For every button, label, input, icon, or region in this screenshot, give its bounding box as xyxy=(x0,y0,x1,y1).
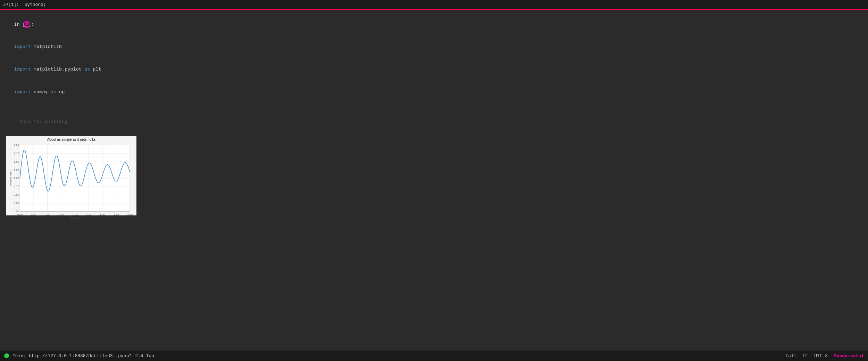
svg-text:1.00: 1.00 xyxy=(72,213,78,216)
title-text: IP[1]: |python3| xyxy=(3,2,46,7)
svg-text:1.00: 1.00 xyxy=(14,177,19,180)
svg-text:1.25: 1.25 xyxy=(14,169,19,172)
chart-svg: 2.00 1.75 1.50 1.25 1.00 0.75 0.50 0.25 … xyxy=(6,141,136,220)
svg-text:voltage (mV): voltage (mV) xyxy=(9,170,12,186)
status-utf: UTF-8 xyxy=(814,353,828,359)
svg-text:2.00: 2.00 xyxy=(14,143,19,147)
status-bar: *ein: http://127.0.0.1:8888/Untitled3.ip… xyxy=(0,351,868,361)
svg-text:1.25: 1.25 xyxy=(86,213,92,216)
status-mode: Fundamental xyxy=(834,353,864,359)
status-right: Tall LF UTF-8 Fundamental xyxy=(785,353,864,359)
svg-text:time (s): time (s) xyxy=(70,217,80,220)
status-indicator-dot xyxy=(4,353,9,358)
svg-text:1.50: 1.50 xyxy=(14,160,19,163)
svg-text:0.25: 0.25 xyxy=(31,213,36,216)
cursor: 1 xyxy=(25,21,28,28)
editor-area[interactable]: In [1]: import matplotlib import matplot… xyxy=(0,10,868,135)
prompt-line: In [1]: xyxy=(3,13,868,36)
status-layout: Tall xyxy=(785,353,796,359)
status-lf: LF xyxy=(803,353,808,359)
svg-text:1.50: 1.50 xyxy=(100,213,105,216)
svg-text:0.75: 0.75 xyxy=(14,185,19,188)
status-position: 2:4 Top xyxy=(135,353,154,359)
svg-text:0.00: 0.00 xyxy=(17,213,23,216)
title-bar: IP[1]: |python3| xyxy=(0,0,868,10)
svg-text:0.25: 0.25 xyxy=(14,202,19,205)
svg-text:0.00: 0.00 xyxy=(14,210,19,213)
status-filename: *ein: http://127.0.0.1:8888/Untitled3.ip… xyxy=(12,353,132,359)
status-left: *ein: http://127.0.0.1:8888/Untitled3.ip… xyxy=(4,353,154,359)
blank-1 xyxy=(3,103,868,111)
code-line-2: import matplotlib.pyplot as plt xyxy=(3,58,868,81)
output-area: About as simple as it gets, folks xyxy=(0,135,868,217)
code-line-3: import numpy as np xyxy=(3,81,868,103)
svg-text:2.00: 2.00 xyxy=(127,213,133,216)
svg-text:0.75: 0.75 xyxy=(58,213,64,216)
code-line-comment: # Data for plotting xyxy=(3,111,868,133)
svg-text:1.75: 1.75 xyxy=(14,152,19,155)
chart-container: About as simple as it gets, folks xyxy=(6,136,136,215)
svg-text:0.50: 0.50 xyxy=(14,193,19,196)
code-line-1: import matplotlib xyxy=(3,36,868,58)
svg-text:1.75: 1.75 xyxy=(114,213,119,216)
svg-text:0.50: 0.50 xyxy=(45,213,50,216)
